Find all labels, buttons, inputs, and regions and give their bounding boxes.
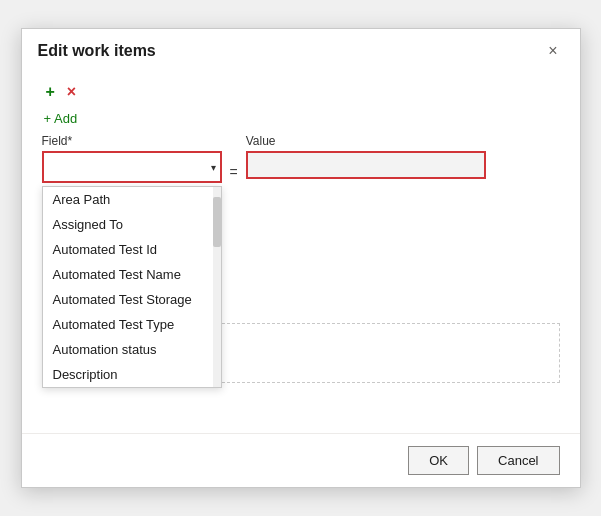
field-row: Field* ▾ Area Path Assigned To Automated… (42, 134, 560, 183)
list-item[interactable]: Automated Test Storage (43, 287, 221, 312)
field-section: Field* ▾ Area Path Assigned To Automated… (42, 134, 222, 183)
dialog-footer: OK Cancel (22, 433, 580, 487)
toolbar-row: + × (42, 81, 560, 103)
add-plus-button[interactable]: + (42, 81, 59, 103)
value-input[interactable] (248, 153, 484, 177)
add-row: + Add (42, 111, 560, 126)
list-item[interactable]: Assigned To (43, 212, 221, 237)
title-bar: Edit work items × (22, 29, 580, 69)
list-item[interactable]: Description (43, 362, 221, 387)
dropdown-list-inner: Area Path Assigned To Automated Test Id … (43, 187, 221, 387)
value-label: Value (246, 134, 486, 148)
edit-work-items-dialog: Edit work items × + × + Add Field* ▾ (21, 28, 581, 488)
dialog-body: + × + Add Field* ▾ Area Path Assigned To (22, 69, 580, 433)
list-item[interactable]: Automated Test Name (43, 262, 221, 287)
remove-minus-button[interactable]: × (63, 81, 80, 103)
equals-sign: = (230, 158, 238, 180)
dropdown-list: Area Path Assigned To Automated Test Id … (42, 186, 222, 388)
value-input-wrapper (246, 151, 486, 179)
list-item[interactable]: Area Path (43, 187, 221, 212)
list-item[interactable]: Automation status (43, 337, 221, 362)
list-item[interactable]: Automated Test Id (43, 237, 221, 262)
value-section: Value (246, 134, 486, 179)
field-label: Field* (42, 134, 222, 148)
close-button[interactable]: × (542, 41, 563, 61)
dialog-title: Edit work items (38, 42, 156, 60)
ok-button[interactable]: OK (408, 446, 469, 475)
field-select-wrapper: ▾ (42, 151, 222, 183)
scrollbar[interactable] (213, 187, 221, 387)
cancel-button[interactable]: Cancel (477, 446, 559, 475)
scrollbar-thumb (213, 197, 221, 247)
list-item[interactable]: Automated Test Type (43, 312, 221, 337)
field-input[interactable] (44, 153, 220, 181)
add-link[interactable]: + Add (44, 111, 78, 126)
